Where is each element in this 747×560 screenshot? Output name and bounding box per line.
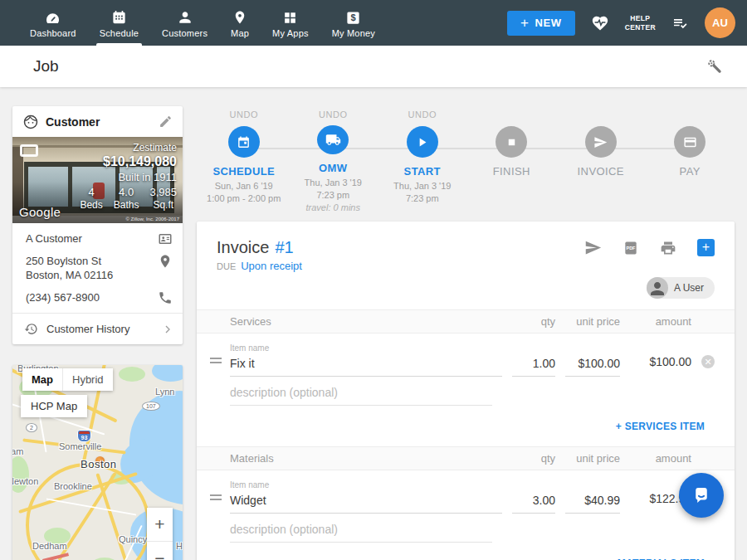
nav-label: My Apps <box>272 28 309 38</box>
omw-step-button[interactable] <box>317 125 349 154</box>
chat-messenger-button[interactable] <box>679 473 724 518</box>
step-label[interactable]: PAY <box>680 165 701 178</box>
col-qty: qty <box>512 315 555 328</box>
zestimate-value: $10,149,080 <box>80 154 177 169</box>
zestimate-overlay: Zestimate $10,149,080 Built in 1911 4 Be… <box>80 142 177 211</box>
step-detail: Thu, Jan 3 '19 7:23 pm <box>393 180 451 205</box>
undo-omw-button[interactable]: UNDO <box>319 110 347 119</box>
zoom-out-button[interactable]: − <box>147 541 173 560</box>
item-name-label: Item name <box>230 480 502 489</box>
step-omw: UNDO OMW Thu, Jan 3 '19 7:23 pm travel: … <box>289 110 378 214</box>
customer-name-row: A Customer <box>26 231 173 246</box>
material-unit-price-input[interactable] <box>565 491 620 514</box>
service-qty-input[interactable] <box>512 354 555 377</box>
job-progress-steps: UNDO SCHEDULE Sun, Jan 6 '19 1:00 pm - 2… <box>199 110 735 214</box>
service-unit-price-input[interactable] <box>565 354 620 377</box>
due-label: DUE <box>217 261 236 271</box>
google-watermark: Google <box>19 205 61 219</box>
step-label[interactable]: START <box>404 165 441 178</box>
material-item-name-input[interactable] <box>230 491 502 514</box>
main-nav: Dashboard Schedule Customers Map My Apps <box>0 0 387 46</box>
zoom-in-button[interactable]: + <box>147 508 173 541</box>
nav-item-my-apps[interactable]: My Apps <box>261 0 320 46</box>
invoice-header: Invoice #1 PDF + DUE Upon receipt <box>197 222 735 299</box>
mini-map[interactable]: 93 107 2 Burlington Lynn Somerville ham … <box>12 365 183 560</box>
invoice-step-button[interactable] <box>585 126 617 158</box>
service-item-row: Item name $100.00 ✕ <box>197 334 735 377</box>
new-button-label: NEW <box>535 17 562 29</box>
service-description-input[interactable] <box>230 383 492 406</box>
print-icon[interactable] <box>660 240 676 256</box>
invoice-number[interactable]: #1 <box>275 238 293 257</box>
step-label[interactable]: OMW <box>319 162 347 174</box>
checklist-icon[interactable] <box>671 15 690 32</box>
due-value-link[interactable]: Upon receipt <box>241 260 302 272</box>
calendar-icon <box>237 135 251 149</box>
street-view-expand-icon[interactable] <box>20 144 38 157</box>
invoice-card: Invoice #1 PDF + DUE Upon receipt <box>197 222 735 560</box>
pdf-icon[interactable]: PDF <box>622 240 639 256</box>
phone-icon[interactable] <box>158 290 173 305</box>
undo-schedule-button[interactable]: UNDO <box>230 110 258 120</box>
send-invoice-icon[interactable] <box>584 239 602 256</box>
undo-start-button[interactable]: UNDO <box>408 110 437 120</box>
material-qty-input[interactable] <box>512 491 555 514</box>
section-title: Services <box>230 315 512 328</box>
step-invoice: INVOICE <box>556 110 646 214</box>
add-services-item-link[interactable]: + SERVICES ITEM <box>616 421 705 432</box>
nav-item-schedule[interactable]: Schedule <box>88 0 150 46</box>
nav-item-map[interactable]: Map <box>219 0 261 46</box>
start-step-button[interactable] <box>407 126 438 158</box>
street-view-photo[interactable]: Zestimate $10,149,080 Built in 1911 4 Be… <box>12 137 183 223</box>
user-avatar[interactable]: AU <box>705 7 735 38</box>
customer-phone-row: (234) 567-8900 <box>26 290 173 305</box>
contact-card-icon[interactable] <box>158 231 173 246</box>
finish-step-button[interactable] <box>496 126 527 158</box>
add-invoice-button[interactable]: + <box>697 239 715 256</box>
nav-item-dashboard[interactable]: Dashboard <box>18 0 88 46</box>
edit-pencil-icon[interactable] <box>159 114 173 129</box>
page-title: Job <box>33 57 59 75</box>
apps-grid-icon <box>282 7 298 26</box>
col-amount: amount <box>630 452 691 465</box>
material-item-row: Item name $122.97 ✕ <box>197 470 735 514</box>
schedule-step-button[interactable] <box>228 126 260 158</box>
zillow-copyright: © Zillow, Inc. 2006-2017 <box>126 217 179 222</box>
material-description-row <box>230 520 492 543</box>
step-pay: PAY <box>646 110 735 214</box>
customer-card-title: Customer <box>46 115 159 129</box>
service-item-name-input[interactable] <box>230 354 502 377</box>
nav-item-customers[interactable]: Customers <box>150 0 219 46</box>
nav-label: Map <box>231 28 249 38</box>
drag-handle-icon[interactable] <box>210 355 230 377</box>
assignee-chip[interactable]: A User <box>647 277 715 299</box>
map-layer-map-button[interactable]: Map <box>22 368 62 391</box>
help-line1: HELP <box>625 14 656 23</box>
step-label[interactable]: INVOICE <box>578 165 624 178</box>
map-label-newton: Newton <box>12 476 38 486</box>
material-description-input[interactable] <box>230 520 492 543</box>
new-button[interactable]: + NEW <box>507 11 575 36</box>
avatar-initials: AU <box>712 17 728 29</box>
pay-step-button[interactable] <box>674 126 706 158</box>
customer-history-link[interactable]: Customer History <box>12 313 183 344</box>
nav-label: Dashboard <box>30 28 76 38</box>
location-pin-icon[interactable] <box>158 254 173 269</box>
map-layer-hybrid-button[interactable]: Hybrid <box>62 368 113 391</box>
job-settings-icon[interactable] <box>706 57 724 75</box>
step-label[interactable]: SCHEDULE <box>212 165 275 178</box>
health-heart-icon[interactable] <box>590 14 610 32</box>
hcp-map-button[interactable]: HCP Map <box>21 395 87 417</box>
customer-address: 250 Boylston St Boston, MA 02116 <box>26 254 158 283</box>
step-label[interactable]: FINISH <box>493 165 530 178</box>
drag-handle-icon[interactable] <box>210 492 230 514</box>
help-center-link[interactable]: HELP CENTER <box>625 14 656 32</box>
delete-service-item-button[interactable]: ✕ <box>701 355 715 368</box>
route-shield-107: 107 <box>142 402 160 411</box>
section-title: Materials <box>230 452 512 465</box>
map-label-waltham: ham <box>12 446 23 456</box>
map-label-brookline: Brookline <box>54 481 92 491</box>
nav-item-my-money[interactable]: $ My Money <box>320 0 387 46</box>
send-icon <box>593 135 608 149</box>
stat-baths: 4.0 Baths <box>114 186 139 211</box>
